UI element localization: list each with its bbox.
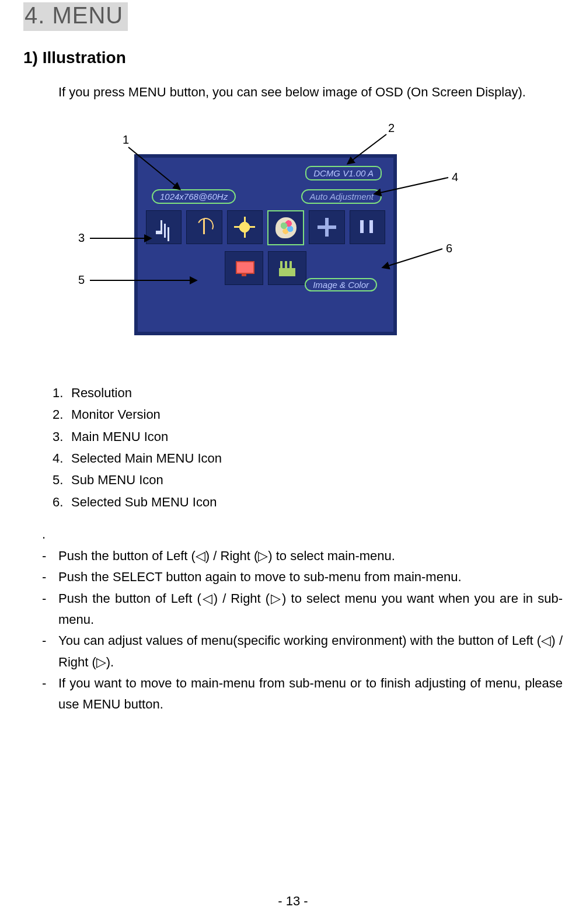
osd-panel: DCMG V1.00 A 1024x768@60Hz Auto Adjustme… bbox=[134, 154, 397, 335]
signal-icon bbox=[154, 217, 175, 238]
main-menu-icon-1 bbox=[146, 210, 182, 244]
legend-text: Main MENU Icon bbox=[71, 426, 168, 447]
dash-icon: - bbox=[42, 567, 58, 588]
legend-num: 5. bbox=[53, 469, 71, 491]
tools-icon bbox=[357, 217, 378, 238]
legend-text: Selected Main MENU Icon bbox=[71, 447, 222, 469]
list-item: 4.Selected Main MENU Icon bbox=[53, 447, 563, 469]
page-number: - 13 - bbox=[0, 894, 586, 909]
osd-auto-adjust-pill: Auto Adjustment bbox=[301, 189, 382, 204]
instruction-text: If you want to move to main-menu from su… bbox=[58, 673, 563, 715]
list-item: 2.Monitor Version bbox=[53, 404, 563, 425]
list-item: -Push the button of Left (◁) / Right (▷)… bbox=[42, 546, 563, 567]
lone-dot: . bbox=[42, 527, 563, 542]
section-title: 4. MENU bbox=[23, 2, 128, 31]
legend-num: 3. bbox=[53, 426, 71, 447]
factory-icon bbox=[277, 258, 298, 279]
instruction-text: You can adjust values of menu(specific w… bbox=[58, 630, 563, 673]
legend-text: Resolution bbox=[71, 382, 132, 404]
osd-version-pill: DCMG V1.00 A bbox=[305, 166, 382, 180]
main-menu-icon-6 bbox=[350, 210, 385, 244]
sub-menu-icon-1 bbox=[225, 251, 263, 285]
main-menu-icon-4-selected bbox=[267, 210, 304, 245]
dash-icon: - bbox=[42, 630, 58, 673]
instruction-list: -Push the button of Left (◁) / Right (▷)… bbox=[42, 546, 563, 715]
legend-num: 2. bbox=[53, 404, 71, 425]
osd-main-menu-row bbox=[146, 210, 385, 245]
list-item: -Push the button of Left (◁) / Right (▷)… bbox=[42, 588, 563, 631]
callout-5: 5 bbox=[78, 273, 85, 287]
list-item: 3.Main MENU Icon bbox=[53, 426, 563, 447]
main-menu-icon-3 bbox=[227, 210, 263, 244]
callout-6: 6 bbox=[446, 242, 452, 255]
list-item: -If you want to move to main-menu from s… bbox=[42, 673, 563, 715]
brightness-contrast-icon bbox=[234, 217, 255, 238]
intro-text: If you press MENU button, you can see be… bbox=[58, 84, 563, 102]
legend-list: 1.Resolution 2.Monitor Version 3.Main ME… bbox=[53, 382, 563, 513]
list-item: -You can adjust values of menu(specific … bbox=[42, 630, 563, 673]
subsection-title: 1) Illustration bbox=[23, 48, 563, 67]
callout-4: 4 bbox=[452, 171, 458, 184]
instruction-text: Push the SELECT button again to move to … bbox=[58, 567, 563, 588]
legend-num: 6. bbox=[53, 491, 71, 513]
osd-resolution-pill: 1024x768@60Hz bbox=[152, 189, 236, 204]
osd-sub-menu-label: Image & Color bbox=[305, 278, 377, 291]
list-item: 1.Resolution bbox=[53, 382, 563, 404]
list-item: -Push the SELECT button again to move to… bbox=[42, 567, 563, 588]
legend-num: 1. bbox=[53, 382, 71, 404]
legend-num: 4. bbox=[53, 447, 71, 469]
callout-1: 1 bbox=[123, 133, 129, 147]
osd-diagram: 1 2 3 4 5 6 DCMG V1.00 A 1024x768@60Hz A… bbox=[23, 119, 563, 364]
list-item: 6.Selected Sub MENU Icon bbox=[53, 491, 563, 513]
legend-text: Monitor Version bbox=[71, 404, 161, 425]
main-menu-icon-2 bbox=[186, 210, 222, 244]
callout-3: 3 bbox=[78, 231, 85, 245]
callout-2: 2 bbox=[388, 121, 395, 135]
dash-icon: - bbox=[42, 588, 58, 631]
legend-text: Selected Sub MENU Icon bbox=[71, 491, 217, 513]
antenna-icon bbox=[194, 217, 215, 238]
main-menu-icon-5 bbox=[309, 210, 344, 244]
dash-icon: - bbox=[42, 546, 58, 567]
list-item: 5.Sub MENU Icon bbox=[53, 469, 563, 491]
instruction-text: Push the button of Left (◁) / Right (▷) … bbox=[58, 546, 563, 567]
sub-menu-icon-2 bbox=[268, 251, 306, 285]
legend-text: Sub MENU Icon bbox=[71, 469, 163, 491]
instruction-text: Push the button of Left (◁) / Right (▷) … bbox=[58, 588, 563, 631]
monitor-icon bbox=[233, 258, 254, 279]
dash-icon: - bbox=[42, 673, 58, 715]
position-icon bbox=[316, 217, 337, 238]
palette-icon bbox=[275, 217, 297, 238]
